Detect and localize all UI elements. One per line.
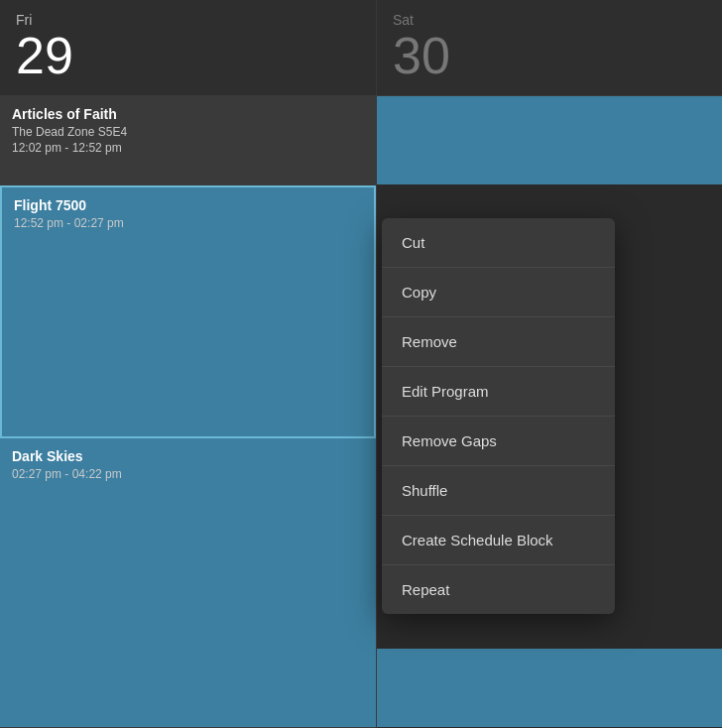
friday-day-number: 29 — [16, 30, 360, 81]
context-menu-remove-gaps[interactable]: Remove Gaps — [382, 417, 615, 466]
dark-skies-block[interactable]: Dark Skies 02:27 pm - 04:22 pm — [0, 438, 376, 728]
header-row: Fri 29 Sat 30 — [0, 0, 722, 96]
sat-mid-block[interactable] — [377, 649, 722, 728]
friday-column: Articles of Faith The Dead Zone S5E4 12:… — [0, 96, 377, 728]
saturday-day-number: 30 — [393, 30, 706, 81]
articles-time: 12:02 pm - 12:52 pm — [12, 141, 364, 155]
saturday-weekday: Sat — [393, 12, 706, 28]
context-menu-copy[interactable]: Copy — [382, 268, 615, 317]
dark-skies-time: 02:27 pm - 04:22 pm — [12, 467, 364, 481]
context-menu-shuffle[interactable]: Shuffle — [382, 466, 615, 516]
dark-skies-title: Dark Skies — [12, 448, 364, 464]
context-menu-cut[interactable]: Cut — [382, 218, 615, 268]
friday-weekday: Fri — [16, 12, 360, 28]
flight-time: 12:52 pm - 02:27 pm — [14, 216, 362, 230]
sat-top-block[interactable] — [377, 96, 722, 185]
articles-of-faith-block[interactable]: Articles of Faith The Dead Zone S5E4 12:… — [0, 96, 376, 185]
context-menu: Cut Copy Remove Edit Program Remove Gaps… — [382, 218, 615, 614]
articles-title: Articles of Faith — [12, 106, 364, 122]
context-menu-remove[interactable]: Remove — [382, 317, 615, 367]
articles-subtitle: The Dead Zone S5E4 — [12, 125, 364, 139]
context-menu-repeat[interactable]: Repeat — [382, 565, 615, 614]
flight-title: Flight 7500 — [14, 197, 362, 213]
flight-7500-block[interactable]: Flight 7500 12:52 pm - 02:27 pm — [0, 185, 376, 438]
friday-header: Fri 29 — [0, 0, 377, 95]
context-menu-edit-program[interactable]: Edit Program — [382, 367, 615, 417]
saturday-header: Sat 30 — [377, 0, 722, 95]
context-menu-create-schedule-block[interactable]: Create Schedule Block — [382, 516, 615, 565]
